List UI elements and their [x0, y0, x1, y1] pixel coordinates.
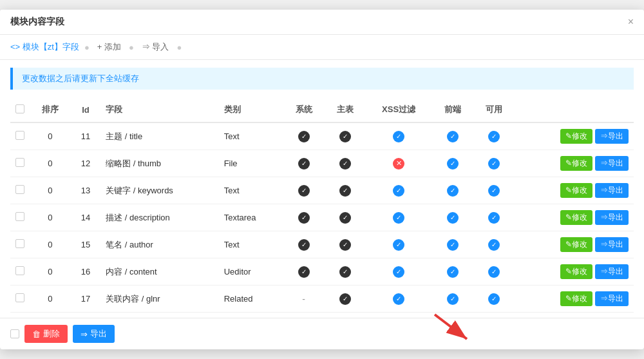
row-id: 15 [71, 231, 100, 258]
export-row-button[interactable]: ⇒导出 [595, 183, 629, 198]
row-category: Related [219, 286, 283, 313]
row-id: 14 [71, 204, 100, 231]
edit-button[interactable]: ✎修改 [560, 237, 592, 252]
check-dark-icon: ✓ [339, 212, 351, 224]
row-id: 11 [71, 122, 100, 150]
export-row-button[interactable]: ⇒导出 [595, 291, 629, 306]
row-field: 主题 / title [100, 122, 219, 150]
export-icon: ⇒ [80, 329, 88, 339]
dash-icon: - [302, 294, 305, 304]
row-system: ✓ [283, 150, 325, 177]
row-xss: ✓ [365, 286, 431, 313]
row-actions: ✎修改 ⇒导出 [514, 122, 634, 150]
row-category: Text [219, 177, 283, 204]
close-icon[interactable]: × [628, 17, 634, 27]
add-button[interactable]: + 添加 [95, 40, 124, 54]
export-row-button[interactable]: ⇒导出 [595, 264, 629, 279]
row-category: Text [219, 231, 283, 258]
export-row-button[interactable]: ⇒导出 [595, 210, 629, 225]
check-dark-icon: ✓ [339, 185, 351, 197]
export-row-button[interactable]: ⇒导出 [595, 237, 629, 252]
check-blue-icon: ✓ [447, 293, 459, 305]
notice-bar: 更改数据之后请更新下全站缓存 [10, 68, 634, 90]
row-order: 0 [30, 231, 71, 258]
row-frontend: ✓ [432, 286, 473, 313]
row-frontend: ✓ [432, 177, 473, 204]
row-actions: ✎修改 ⇒导出 [514, 204, 634, 231]
row-category: Textarea [219, 204, 283, 231]
check-blue-icon: ✓ [393, 293, 404, 305]
row-checkbox[interactable] [15, 158, 24, 167]
header-order: 排序 [30, 97, 71, 122]
export-row-button[interactable]: ⇒导出 [595, 129, 629, 144]
table-row: 0 16 内容 / content Ueditor ✓ ✓ ✓ ✓ ✓ ✎修改 … [10, 258, 634, 286]
check-blue-icon: ✓ [393, 131, 404, 142]
check-blue-icon: ✓ [447, 266, 459, 278]
check-dark-icon: ✓ [298, 212, 310, 224]
module-breadcrumb[interactable]: <> 模块【zt】字段 [10, 41, 79, 53]
row-system: ✓ [283, 122, 325, 150]
check-blue-icon: ✓ [488, 212, 500, 224]
row-checkbox[interactable] [15, 239, 24, 248]
row-actions: ✎修改 ⇒导出 [514, 231, 634, 258]
row-field: 笔名 / author [100, 231, 219, 258]
header-id: Id [71, 97, 100, 122]
row-checkbox[interactable] [15, 131, 24, 140]
row-xss: ✓ [365, 204, 431, 231]
row-main: ✓ [325, 177, 366, 204]
row-checkbox[interactable] [15, 212, 24, 221]
row-system: ✓ [283, 231, 325, 258]
import-button[interactable]: ⇒ 导入 [139, 40, 172, 54]
row-id: 17 [71, 286, 100, 313]
row-checkbox-cell [10, 204, 30, 231]
check-blue-icon: ✓ [488, 131, 500, 142]
edit-button[interactable]: ✎修改 [560, 264, 592, 279]
x-red-icon: ✕ [393, 158, 404, 170]
check-blue-icon: ✓ [488, 158, 500, 170]
export-row-button[interactable]: ⇒导出 [595, 156, 629, 171]
row-available: ✓ [473, 286, 515, 313]
footer-checkbox[interactable] [10, 329, 19, 338]
toolbar-sep-2: ● [129, 43, 134, 52]
row-available: ✓ [473, 122, 515, 150]
row-order: 0 [30, 204, 71, 231]
row-system: ✓ [283, 258, 325, 286]
header-checkbox[interactable] [10, 97, 30, 122]
table-wrapper: 排序 Id 字段 类别 系统 主表 XSS过滤 前端 可用 0 11 主题 / … [0, 97, 644, 313]
modal-header: 模块内容字段 × [0, 10, 644, 35]
row-xss: ✕ [365, 150, 431, 177]
check-blue-icon: ✓ [447, 158, 459, 170]
edit-button[interactable]: ✎修改 [560, 210, 592, 225]
header-actions [514, 97, 634, 122]
modal-footer: 🗑 删除 ⇒ 导出 [0, 318, 644, 349]
edit-button[interactable]: ✎修改 [560, 183, 592, 198]
check-dark-icon: ✓ [298, 131, 310, 142]
delete-label: 删除 [43, 328, 60, 340]
row-order: 0 [30, 122, 71, 150]
row-main: ✓ [325, 231, 366, 258]
header-main: 主表 [325, 97, 366, 122]
edit-button[interactable]: ✎修改 [560, 291, 592, 306]
row-category: Text [219, 122, 283, 150]
edit-button[interactable]: ✎修改 [560, 129, 592, 144]
row-order: 0 [30, 177, 71, 204]
table-row: 0 13 关键字 / keywords Text ✓ ✓ ✓ ✓ ✓ ✎修改 ⇒… [10, 177, 634, 204]
row-category: File [219, 150, 283, 177]
check-dark-icon: ✓ [298, 158, 310, 170]
row-checkbox[interactable] [15, 266, 24, 275]
check-blue-icon: ✓ [447, 131, 459, 142]
delete-button[interactable]: 🗑 删除 [24, 325, 68, 343]
edit-button[interactable]: ✎修改 [560, 156, 592, 171]
row-frontend: ✓ [432, 204, 473, 231]
row-available: ✓ [473, 150, 515, 177]
table-row: 0 14 描述 / description Textarea ✓ ✓ ✓ ✓ ✓… [10, 204, 634, 231]
row-checkbox[interactable] [15, 185, 24, 194]
row-actions: ✎修改 ⇒导出 [514, 258, 634, 286]
row-category: Ueditor [219, 258, 283, 286]
row-checkbox[interactable] [15, 293, 24, 302]
check-blue-icon: ✓ [393, 185, 404, 197]
select-all-checkbox[interactable] [15, 104, 24, 113]
check-blue-icon: ✓ [488, 239, 500, 251]
check-blue-icon: ✓ [393, 239, 404, 251]
export-all-button[interactable]: ⇒ 导出 [73, 325, 115, 343]
